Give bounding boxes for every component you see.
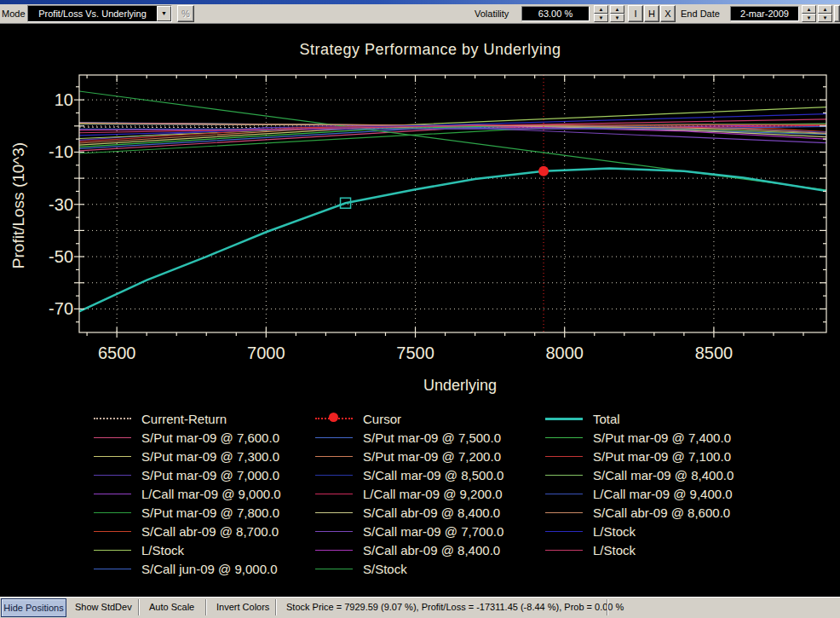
legend-item: L/Call mar-09 @ 9,200.0 bbox=[315, 484, 503, 503]
x-tick-label: 6500 bbox=[98, 344, 136, 362]
legend-label: L/Stock bbox=[593, 543, 636, 557]
legend-label: Cursor bbox=[363, 412, 401, 426]
cursor-dot[interactable] bbox=[538, 166, 549, 176]
legend-swatch bbox=[545, 550, 583, 551]
legend-swatch bbox=[545, 531, 583, 532]
legend-swatch bbox=[315, 550, 353, 551]
legend-line-icon bbox=[315, 494, 353, 494]
legend-line-icon bbox=[94, 437, 131, 438]
legend-swatch bbox=[545, 418, 583, 420]
legend-label: S/Call mar-09 @ 8,400.0 bbox=[593, 468, 734, 482]
legend-item: S/Put mar-09 @ 7,400.0 bbox=[545, 428, 734, 447]
legend-swatch bbox=[94, 512, 131, 513]
cursor-dot-icon bbox=[329, 413, 338, 422]
legend-column: Current-ReturnS/Put mar-09 @ 7,600.0S/Pu… bbox=[94, 409, 281, 578]
legend-line-icon bbox=[545, 475, 583, 476]
x-tick-label: 7500 bbox=[396, 344, 434, 362]
legend-line-icon bbox=[94, 475, 131, 476]
legend-swatch bbox=[315, 512, 353, 513]
y-tick-label: -30 bbox=[49, 195, 73, 214]
legend-swatch bbox=[315, 456, 353, 457]
separator bbox=[138, 599, 140, 615]
legend-line-icon bbox=[545, 456, 583, 457]
series-line bbox=[79, 107, 826, 139]
legend-item: S/Put mar-09 @ 7,800.0 bbox=[94, 503, 281, 522]
legend-swatch bbox=[315, 475, 353, 476]
invert-colors-button[interactable]: Invert Colors bbox=[216, 602, 269, 612]
legend-line-icon bbox=[315, 550, 353, 551]
legend-swatch bbox=[315, 569, 353, 569]
legend-label: S/Put mar-09 @ 7,300.0 bbox=[141, 449, 279, 464]
legend-line-icon bbox=[94, 569, 131, 569]
legend-line-icon bbox=[545, 531, 583, 532]
legend-item: L/Call mar-09 @ 9,400.0 bbox=[545, 484, 734, 503]
legend-label: S/Call mar-09 @ 8,500.0 bbox=[363, 468, 503, 482]
legend-label: S/Put mar-09 @ 7,800.0 bbox=[141, 505, 279, 520]
y-tick-label: -10 bbox=[49, 142, 73, 161]
legend-item: Total bbox=[545, 409, 734, 428]
legend-item: S/Put mar-09 @ 7,200.0 bbox=[315, 447, 503, 465]
legend-swatch bbox=[94, 550, 131, 551]
legend-line-icon bbox=[94, 531, 131, 532]
legend-line-icon bbox=[545, 494, 583, 494]
separator bbox=[275, 599, 277, 615]
legend-label: S/Call abr-09 @ 8,400.0 bbox=[363, 543, 500, 557]
plot-frame bbox=[79, 75, 826, 332]
legend-item: L/Stock bbox=[545, 540, 734, 559]
legend-swatch bbox=[315, 437, 353, 438]
y-axis-label: Profit/Loss (10^3) bbox=[9, 124, 28, 286]
legend-line-icon bbox=[94, 456, 131, 457]
legend-line-icon bbox=[94, 418, 131, 419]
legend-line-icon bbox=[545, 512, 583, 513]
separator bbox=[607, 599, 608, 615]
legend-label: L/Call mar-09 @ 9,200.0 bbox=[363, 487, 503, 501]
legend-swatch bbox=[94, 437, 131, 438]
legend-line-icon bbox=[545, 550, 583, 551]
legend-swatch bbox=[315, 531, 353, 532]
legend-item: S/Stock bbox=[315, 559, 503, 578]
legend-label: S/Call jun-09 @ 9,000.0 bbox=[141, 562, 278, 576]
legend-line-icon bbox=[315, 456, 353, 457]
legend-item: L/Stock bbox=[545, 522, 734, 540]
legend-label: S/Call mar-09 @ 7,700.0 bbox=[363, 524, 503, 539]
legend-line-icon bbox=[315, 531, 353, 532]
legend-item: S/Call mar-09 @ 8,400.0 bbox=[545, 465, 734, 484]
legend-label: S/Stock bbox=[363, 562, 407, 576]
legend-swatch bbox=[545, 494, 583, 494]
y-tick-label: 10 bbox=[55, 90, 73, 109]
legend-line-icon bbox=[315, 475, 353, 476]
legend-line-icon bbox=[545, 418, 583, 420]
legend-item: L/Call mar-09 @ 9,000.0 bbox=[94, 484, 281, 503]
status-readout: Stock Price = 7929.59 (9.07 %), Profit/L… bbox=[286, 602, 624, 612]
separator bbox=[205, 599, 207, 615]
legend-label: S/Call abr-09 @ 8,600.0 bbox=[593, 505, 730, 520]
legend-line-icon bbox=[94, 494, 131, 494]
legend-label: S/Put mar-09 @ 7,400.0 bbox=[593, 430, 731, 445]
legend-item: S/Call abr-09 @ 8,600.0 bbox=[545, 503, 734, 522]
legend-swatch bbox=[545, 437, 583, 438]
legend-swatch bbox=[94, 475, 131, 476]
legend-item: S/Call mar-09 @ 8,500.0 bbox=[315, 465, 503, 484]
legend-line-icon bbox=[315, 512, 353, 513]
legend-item: S/Put mar-09 @ 7,600.0 bbox=[94, 428, 281, 447]
legend-swatch bbox=[94, 456, 131, 457]
legend-label: L/Stock bbox=[141, 543, 184, 557]
legend-swatch bbox=[315, 494, 353, 494]
bottom-status-bar: Hide Positions Show StdDev Auto Scale In… bbox=[0, 597, 840, 618]
series-group bbox=[79, 91, 826, 311]
series-line bbox=[79, 168, 826, 311]
hide-positions-button[interactable]: Hide Positions bbox=[1, 598, 66, 617]
auto-scale-button[interactable]: Auto Scale bbox=[149, 602, 194, 612]
legend-item: Current-Return bbox=[94, 409, 281, 428]
legend-label: S/Put mar-09 @ 7,500.0 bbox=[363, 430, 501, 445]
legend-item: S/Call abr-09 @ 8,400.0 bbox=[315, 540, 503, 559]
x-axis-label: Underlying bbox=[290, 377, 630, 395]
y-tick-label: -70 bbox=[49, 299, 73, 318]
chart-title: Strategy Performance by Underlying bbox=[170, 41, 690, 59]
show-stddev-button[interactable]: Show StdDev bbox=[75, 602, 132, 612]
legend-label: L/Stock bbox=[593, 524, 636, 539]
strategy-analysis-window: Mode Profit/Loss Vs. Underlying ▼ % Vola… bbox=[0, 0, 840, 618]
legend-label: S/Put mar-09 @ 7,100.0 bbox=[593, 449, 731, 464]
legend-item: S/Call mar-09 @ 7,700.0 bbox=[315, 522, 503, 540]
legend-column: TotalS/Put mar-09 @ 7,400.0S/Put mar-09 … bbox=[545, 409, 734, 559]
